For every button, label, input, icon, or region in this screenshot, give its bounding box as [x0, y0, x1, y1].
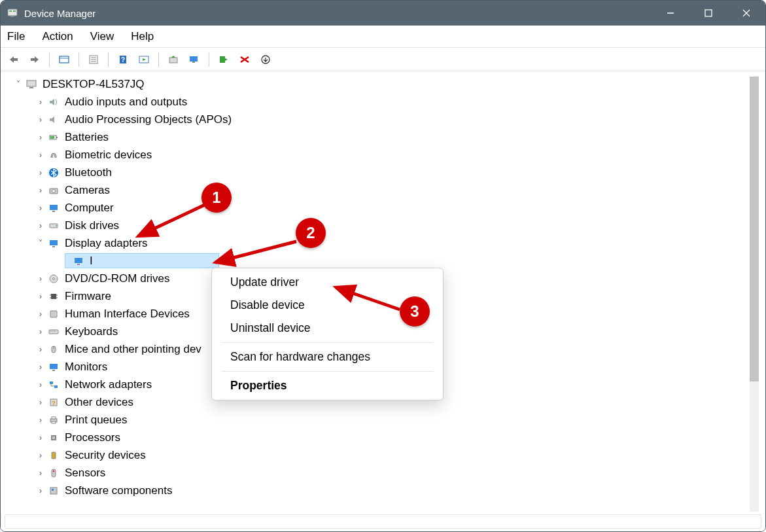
tree-item-security[interactable]: ›Security devices — [6, 446, 748, 464]
chevron-right-icon[interactable]: › — [35, 168, 46, 177]
forward-button[interactable] — [26, 50, 44, 69]
bluetooth-icon — [46, 168, 61, 178]
tree-item-biometric[interactable]: ›Biometric devices — [6, 146, 748, 164]
tree-item-bluetooth[interactable]: ›Bluetooth — [6, 164, 748, 181]
svg-rect-2 — [13, 10, 16, 12]
sensor-icon — [46, 468, 61, 478]
chevron-right-icon[interactable]: › — [35, 98, 46, 107]
chevron-right-icon[interactable]: › — [35, 151, 46, 160]
tree-item-display-device[interactable]: I — [6, 252, 748, 270]
tree-label: Sensors — [65, 467, 105, 480]
menu-file[interactable]: File — [7, 30, 25, 43]
tree-item-audio-io[interactable]: ›Audio inputs and outputs — [6, 93, 748, 111]
printer-icon — [46, 415, 61, 425]
menu-help[interactable]: Help — [131, 30, 154, 43]
tree-item-disk[interactable]: ›Disk drives — [6, 217, 748, 234]
chevron-right-icon[interactable]: › — [35, 416, 46, 425]
annotation-badge-2: 2 — [296, 218, 326, 248]
tree-label: Cameras — [65, 184, 110, 197]
chevron-right-icon[interactable]: › — [35, 380, 46, 389]
tree-item-display-adapters[interactable]: ˅Display adapters — [6, 234, 748, 252]
chevron-right-icon[interactable]: › — [35, 204, 46, 213]
chevron-down-icon[interactable]: ˅ — [35, 239, 46, 248]
tree-item-sensors[interactable]: ›Sensors — [6, 464, 748, 482]
close-button[interactable] — [727, 1, 765, 26]
tree-label: Processors — [65, 431, 120, 444]
svg-rect-47 — [50, 311, 57, 317]
enable-button[interactable] — [215, 50, 233, 69]
monitor-icon — [46, 238, 61, 249]
minimize-button[interactable] — [652, 1, 689, 26]
tree-label: Disk drives — [65, 219, 119, 232]
scrollbar-thumb[interactable] — [750, 77, 759, 381]
tree-item-processors[interactable]: ›Processors — [6, 429, 748, 446]
menu-view[interactable]: View — [90, 30, 114, 43]
properties-button[interactable] — [84, 50, 103, 69]
tree-item-print[interactable]: ›Print queues — [6, 411, 748, 429]
chevron-right-icon[interactable]: › — [35, 469, 46, 478]
chevron-right-icon[interactable]: › — [35, 186, 46, 195]
chevron-right-icon[interactable]: › — [35, 345, 46, 354]
tree-item-batteries[interactable]: ›Batteries — [6, 128, 748, 146]
context-properties[interactable]: Properties — [212, 374, 443, 397]
vertical-scrollbar[interactable] — [750, 77, 759, 512]
svg-point-31 — [52, 189, 56, 192]
context-separator — [221, 371, 434, 372]
computer-icon — [24, 79, 39, 90]
svg-rect-60 — [52, 421, 56, 423]
tree-label: Firmware — [65, 290, 111, 303]
chevron-right-icon[interactable]: › — [35, 133, 46, 142]
chevron-right-icon[interactable]: › — [35, 433, 46, 442]
svg-rect-5 — [705, 10, 712, 16]
chevron-down-icon[interactable]: ˅ — [12, 80, 24, 89]
svg-rect-33 — [52, 211, 55, 212]
chevron-right-icon[interactable]: › — [35, 327, 46, 336]
svg-point-35 — [56, 225, 57, 226]
hid-icon — [46, 309, 61, 319]
tree-root-label: DESKTOP-4L537JQ — [43, 78, 145, 91]
context-update-driver[interactable]: Update driver — [212, 271, 443, 294]
svg-rect-25 — [29, 87, 33, 88]
disable-button[interactable] — [235, 50, 254, 69]
chevron-right-icon[interactable]: › — [35, 486, 46, 495]
annotation-badge-3: 3 — [400, 296, 430, 327]
scan-hardware-button[interactable] — [185, 50, 203, 69]
tree-label: I — [90, 255, 93, 268]
svg-rect-19 — [169, 58, 177, 63]
tree-label: Print queues — [65, 414, 127, 427]
chevron-right-icon[interactable]: › — [35, 398, 46, 407]
svg-point-41 — [53, 277, 55, 279]
maximize-button[interactable] — [689, 1, 727, 26]
tree-item-cameras[interactable]: ›Cameras — [6, 181, 748, 199]
app-icon — [1, 7, 24, 19]
menu-action[interactable]: Action — [42, 30, 73, 43]
chevron-right-icon[interactable]: › — [35, 363, 46, 372]
svg-rect-21 — [192, 62, 195, 63]
svg-rect-22 — [220, 56, 225, 63]
svg-rect-53 — [52, 370, 55, 371]
svg-rect-8 — [14, 58, 18, 61]
action-button[interactable] — [135, 50, 153, 69]
uninstall-button[interactable] — [256, 50, 275, 69]
show-hidden-button[interactable] — [55, 50, 73, 69]
help-button[interactable]: ? — [114, 50, 132, 69]
tree-item-apo[interactable]: ›Audio Processing Objects (APOs) — [6, 111, 748, 128]
chevron-right-icon[interactable]: › — [35, 115, 46, 124]
chevron-right-icon[interactable]: › — [35, 274, 46, 283]
tree-item-computer[interactable]: ›Computer — [6, 199, 748, 217]
tree-label: Other devices — [65, 396, 133, 409]
svg-rect-27 — [56, 137, 58, 138]
chevron-right-icon[interactable]: › — [35, 451, 46, 460]
chevron-right-icon[interactable]: › — [35, 292, 46, 301]
chevron-right-icon[interactable]: › — [35, 221, 46, 230]
tree-item-software[interactable]: ›Software components — [6, 482, 748, 499]
svg-rect-48 — [49, 330, 58, 334]
chevron-right-icon[interactable]: › — [35, 310, 46, 319]
back-button[interactable] — [5, 50, 23, 69]
unknown-icon: ? — [46, 397, 61, 408]
svg-rect-67 — [52, 489, 54, 491]
context-scan-hardware[interactable]: Scan for hardware changes — [212, 346, 443, 368]
statusbar — [5, 514, 761, 529]
update-driver-button[interactable] — [164, 50, 183, 69]
tree-root[interactable]: ˅ DESKTOP-4L537JQ — [6, 75, 748, 93]
